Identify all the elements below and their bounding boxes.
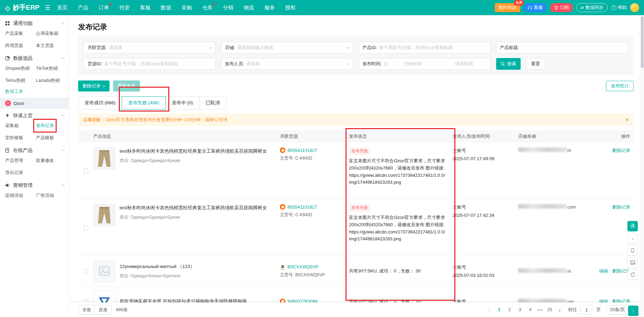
delete-records-button[interactable]: 删除记录 bbox=[78, 80, 110, 92]
app-logo[interactable]: 妙手ERP bbox=[5, 3, 39, 12]
page-number[interactable]: 2 bbox=[505, 305, 514, 314]
nav-item-services[interactable]: 服务 bbox=[264, 4, 275, 11]
nav-item-orders[interactable]: 订单 bbox=[98, 4, 109, 11]
delete-record-link[interactable]: 删除记录 bbox=[612, 204, 630, 210]
search-button[interactable]: 搜索 bbox=[496, 58, 521, 70]
sidebar-item-public-collect-box[interactable]: 公用采集箱 bbox=[36, 30, 58, 37]
notice-text: 温馨提醒：Ozon官方系统处理发布任务需要5分钟~120分钟，请耐心等待 bbox=[83, 117, 228, 123]
product-image[interactable] bbox=[93, 204, 115, 226]
goto-label: 前往 bbox=[568, 307, 577, 313]
filter-product-title-input[interactable]: 产品标题: bbox=[496, 42, 628, 54]
sidebar-item-temu-hot[interactable]: Temu热销 bbox=[5, 77, 25, 84]
nav-item-authorization[interactable]: 授权 bbox=[285, 4, 295, 11]
next-page-icon[interactable]: › bbox=[556, 307, 564, 313]
select-all-button[interactable]: 全选 bbox=[78, 305, 95, 315]
filter-time-range[interactable]: 发布时间: 开始时间 - 结束时间 bbox=[359, 58, 491, 70]
ellipsis-icon[interactable]: ••• bbox=[536, 307, 544, 313]
goto-page-input[interactable] bbox=[580, 305, 593, 314]
page-number[interactable]: 4 bbox=[526, 305, 535, 314]
publish-stats-button[interactable]: 发布统计 bbox=[606, 81, 634, 91]
reset-button[interactable]: 重置 bbox=[526, 58, 545, 70]
support-button[interactable]: 客服 bbox=[524, 3, 547, 12]
filter-product-id-input[interactable]: 产品ID: 多个用逗号分隔，支持Excel复制粘贴 bbox=[359, 42, 491, 54]
filter-store-select[interactable]: 店铺: 请选择或输入搜索 bbox=[221, 42, 353, 54]
collapse-button[interactable]: › bbox=[627, 233, 638, 243]
sidebar-item-tiktok-hot[interactable]: TikTok热销 bbox=[36, 65, 58, 71]
sidebar-item-publish-records[interactable]: 发布记录 bbox=[36, 123, 54, 129]
sidebar-item-lazada-hot[interactable]: Lazada热销 bbox=[36, 77, 60, 84]
sidebar-item-product-management[interactable]: 产品管理 bbox=[5, 157, 23, 164]
page-number[interactable]: 25 bbox=[545, 305, 554, 314]
row-checkbox[interactable] bbox=[83, 225, 88, 230]
translate-button[interactable]: 译 bbox=[627, 221, 638, 231]
sidebar-item-ozon[interactable]: O Ozon bbox=[0, 98, 69, 109]
sidebar-item-collect-box[interactable]: 采集箱 bbox=[5, 123, 19, 129]
edit-link[interactable]: 编辑 bbox=[599, 268, 608, 274]
source-id-link[interactable]: B0CXXWQ5VP bbox=[287, 264, 319, 269]
page-number[interactable]: 3 bbox=[515, 305, 524, 314]
nav-item-product[interactable]: 产品 bbox=[78, 4, 88, 11]
source-id-link[interactable]: 855541101827 bbox=[287, 204, 317, 210]
scrollbar-thumb[interactable] bbox=[641, 16, 644, 68]
sidebar-item-export-records[interactable]: 导出记录 bbox=[5, 170, 23, 176]
back-to-top-button[interactable]: ↑ bbox=[628, 306, 638, 316]
help-button[interactable]: ? 帮助 bbox=[611, 4, 627, 11]
source-id-link[interactable]: 855541101827 bbox=[287, 148, 317, 153]
nav-item-data[interactable]: 数据 bbox=[161, 4, 171, 11]
row-checkbox[interactable] bbox=[83, 269, 88, 273]
sidebar-section-marketing[interactable]: 营销管理 bbox=[0, 179, 69, 192]
publisher: 主账号 bbox=[453, 204, 518, 210]
chevron-down-icon bbox=[347, 62, 350, 65]
image-tool-button[interactable] bbox=[627, 257, 638, 268]
sidebar-item-shopee-hot[interactable]: Shopee热销 bbox=[5, 65, 30, 71]
filter-source-id-input[interactable]: 货源ID: 多个用逗号分隔，支持Excel复制粘贴 bbox=[84, 58, 216, 70]
nav-item-home[interactable]: 首页 bbox=[57, 4, 67, 11]
nav-item-hosting[interactable]: 托管 bbox=[119, 4, 130, 11]
status-message: 富文本图片尺寸不符合Ozon官方要求，尺寸要求200x200到4320x7680… bbox=[349, 214, 446, 243]
sidebar-section-data-select[interactable]: 数据选品 bbox=[0, 51, 69, 65]
hamburger-menu-icon[interactable]: ☰ bbox=[45, 4, 50, 11]
sidebar-item-data-tools[interactable]: 数据工具 bbox=[0, 86, 69, 98]
sidebar-section-general[interactable]: 通用功能 bbox=[0, 17, 69, 30]
user-avatar[interactable] bbox=[630, 3, 639, 12]
order-button[interactable]: 订购 bbox=[550, 3, 573, 12]
sidebar-item-product-collect[interactable]: 产品采集 bbox=[5, 30, 23, 37]
sidebar-item-promo-activity[interactable]: 促销活动 bbox=[5, 192, 23, 199]
sidebar-item-pricing-template[interactable]: 定价模板 bbox=[5, 135, 23, 141]
delete-record-link[interactable]: 删除记录 bbox=[612, 147, 630, 154]
tab-publish-success[interactable]: 发布成功 (686) bbox=[78, 96, 122, 109]
nav-item-distribution[interactable]: 分销 bbox=[223, 4, 233, 11]
sidebar-section-online-products[interactable]: 在线产品 bbox=[0, 144, 69, 157]
platform-amazon-icon: a bbox=[280, 264, 285, 270]
sidebar-item-crossborder-goods[interactable]: 跨境货盘 bbox=[5, 42, 23, 49]
tab-publishing[interactable]: 发布中 (0) bbox=[165, 96, 200, 109]
refresh-button[interactable] bbox=[627, 269, 638, 280]
tab-publish-failed[interactable]: 发布失败 (486) bbox=[122, 96, 165, 109]
mobile-preview-button[interactable] bbox=[627, 245, 638, 256]
nav-item-purchase[interactable]: 采购 bbox=[181, 4, 192, 11]
filter-panel: 关联货源: 请选择 店铺: 请选择或输入搜索 产品ID: 多个用逗号分隔，支持E… bbox=[78, 37, 634, 75]
nav-item-logistics[interactable]: 物流 bbox=[244, 4, 254, 11]
nav-item-warehouse[interactable]: 仓库 bbox=[202, 4, 212, 11]
close-icon[interactable]: × bbox=[625, 116, 629, 123]
prev-page-icon[interactable]: ‹ bbox=[485, 307, 493, 313]
product-image[interactable] bbox=[93, 147, 115, 170]
filter-publisher-select[interactable]: 发布人员: 请选择 bbox=[221, 58, 353, 70]
sidebar-item-bulk-edit[interactable]: 批量修改 bbox=[36, 157, 54, 164]
sidebar-item-ad-activity[interactable]: 广告活动 bbox=[36, 192, 54, 199]
row-checkbox[interactable] bbox=[83, 169, 88, 173]
free-badge: 免费 bbox=[514, 0, 524, 6]
nav-item-service[interactable]: 客服 bbox=[140, 4, 150, 11]
sidebar-section-quick-publish[interactable]: 快速上货 bbox=[0, 109, 69, 123]
product-image-placeholder[interactable] bbox=[93, 260, 115, 282]
tab-cancelled[interactable]: 已取消 bbox=[199, 96, 226, 109]
page-number[interactable]: 1 bbox=[495, 305, 504, 314]
data-sync-button[interactable]: ⇄ 数据同步 bbox=[576, 3, 608, 12]
training-button[interactable]: 预约培训 免费 bbox=[495, 3, 520, 12]
sidebar-item-local-goods[interactable]: 本土货盘 bbox=[36, 42, 54, 49]
select-all-checkbox[interactable] bbox=[83, 134, 88, 139]
filter-source-select[interactable]: 关联货源: 请选择 bbox=[84, 42, 216, 54]
sidebar-item-product-template[interactable]: 产品模板 bbox=[36, 135, 54, 141]
republish-button[interactable]: 重新发布 bbox=[113, 80, 140, 92]
invert-select-button[interactable]: 反选 bbox=[95, 305, 112, 315]
